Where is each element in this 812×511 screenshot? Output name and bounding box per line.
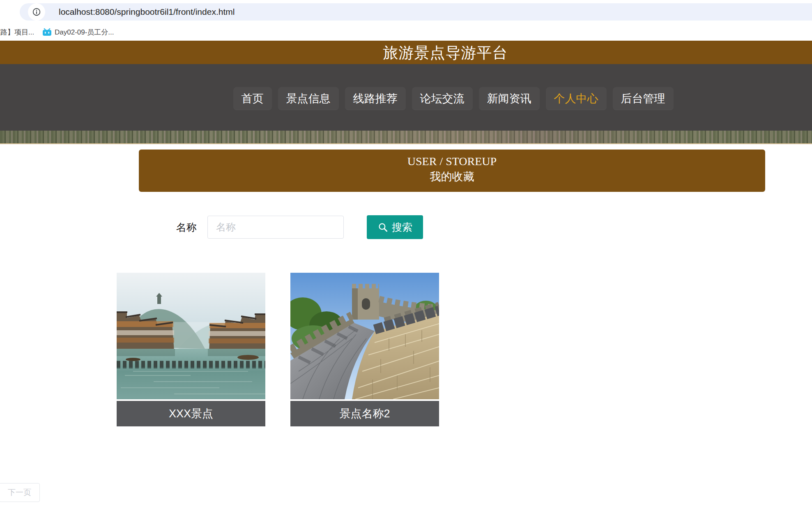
bilibili-tv-icon bbox=[42, 28, 52, 37]
site-header: 旅游景点导游平台 bbox=[0, 41, 812, 64]
nav-item-attractions[interactable]: 景点信息 bbox=[278, 87, 339, 110]
card-title: 景点名称2 bbox=[290, 401, 439, 426]
search-button[interactable]: 搜索 bbox=[367, 215, 423, 239]
search-field-label: 名称 bbox=[176, 221, 197, 234]
address-bar[interactable]: localhost:8080/springbootr6il1/front/ind… bbox=[20, 3, 812, 21]
search-input[interactable] bbox=[207, 216, 344, 239]
next-page-button[interactable]: 下一页 bbox=[0, 483, 40, 502]
url-text[interactable]: localhost:8080/springbootr6il1/front/ind… bbox=[59, 3, 235, 21]
browser-toolbar: localhost:8080/springbootr6il1/front/ind… bbox=[0, 0, 812, 23]
nav-item-news[interactable]: 新闻资讯 bbox=[479, 87, 540, 110]
main-nav: 首页 景点信息 线路推荐 论坛交流 新闻资讯 个人中心 后台管理 bbox=[0, 64, 812, 131]
nav-item-home[interactable]: 首页 bbox=[233, 87, 272, 110]
section-banner: USER / STOREUP 我的收藏 bbox=[139, 150, 765, 192]
fenghuang-river-town-image bbox=[117, 273, 265, 399]
bookmark-item-project[interactable]: 路】项目... bbox=[0, 27, 34, 37]
nav-item-routes[interactable]: 线路推荐 bbox=[345, 87, 406, 110]
great-wall-image bbox=[290, 273, 439, 399]
nav-item-forum[interactable]: 论坛交流 bbox=[412, 87, 473, 110]
magnifier-icon bbox=[377, 222, 388, 232]
search-button-label: 搜索 bbox=[392, 221, 412, 234]
nav-menu: 首页 景点信息 线路推荐 论坛交流 新闻资讯 个人中心 后台管理 bbox=[0, 87, 812, 110]
page-title: 旅游景点导游平台 bbox=[0, 41, 812, 65]
bookmarks-bar: 路】项目... Day02-09-员工分... bbox=[0, 23, 812, 41]
bookmark-label: Day02-09-员工分... bbox=[55, 28, 114, 37]
banner-breadcrumb: USER / STOREUP bbox=[139, 155, 765, 168]
card-footer: XXX景点 bbox=[117, 401, 265, 426]
search-form: 名称 搜索 bbox=[176, 215, 423, 239]
nav-item-personal-center[interactable]: 个人中心 bbox=[546, 87, 607, 110]
card-footer: 景点名称2 bbox=[290, 401, 439, 426]
bookmark-label: 路】项目... bbox=[0, 28, 34, 37]
attraction-card[interactable]: XXX景点 bbox=[117, 273, 265, 426]
info-icon bbox=[32, 7, 41, 16]
favorites-card-list: XXX景点 bbox=[117, 273, 439, 426]
grass-background-strip bbox=[0, 131, 812, 144]
banner-title: 我的收藏 bbox=[139, 170, 765, 183]
card-title: XXX景点 bbox=[117, 401, 265, 426]
site-info-button[interactable] bbox=[28, 3, 45, 21]
bookmark-item-day02[interactable]: Day02-09-员工分... bbox=[42, 27, 114, 37]
nav-item-admin[interactable]: 后台管理 bbox=[613, 87, 674, 110]
attraction-card[interactable]: 景点名称2 bbox=[290, 273, 439, 426]
